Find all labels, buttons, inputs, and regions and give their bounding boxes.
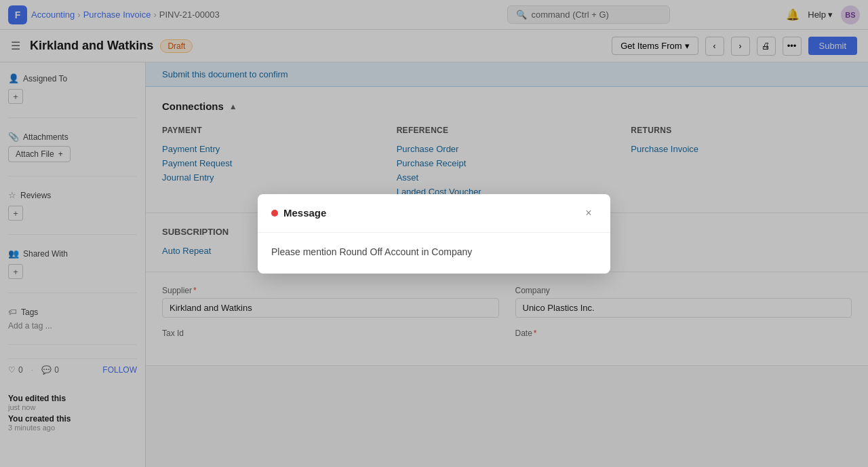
modal-title: Message <box>283 207 326 219</box>
modal-body: Please mention Round Off Account in Comp… <box>258 233 610 274</box>
modal-title-row: Message <box>271 207 326 219</box>
modal-dot <box>271 210 278 217</box>
modal-close-button[interactable]: × <box>580 205 597 221</box>
modal-message: Please mention Round Off Account in Comp… <box>271 246 597 257</box>
modal-header: Message × <box>258 194 610 233</box>
modal: Message × Please mention Round Off Accou… <box>258 194 610 274</box>
modal-overlay[interactable]: Message × Please mention Round Off Accou… <box>0 0 868 467</box>
